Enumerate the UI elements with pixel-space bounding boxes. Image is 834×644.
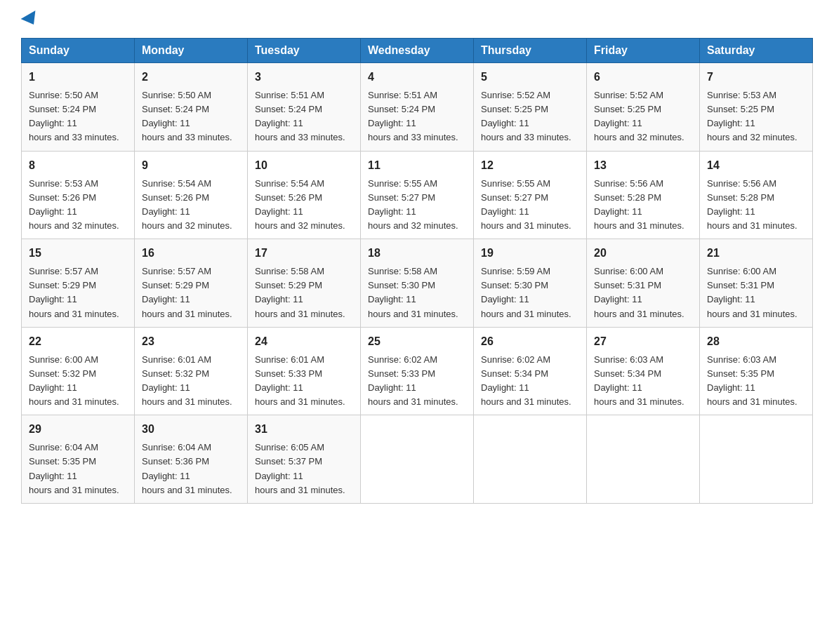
calendar-cell: 2 Sunrise: 5:50 AM Sunset: 5:24 PM Dayli… xyxy=(135,63,248,152)
day-info: Sunrise: 5:55 AM Sunset: 5:27 PM Dayligh… xyxy=(481,177,579,234)
day-info: Sunrise: 5:56 AM Sunset: 5:28 PM Dayligh… xyxy=(707,177,805,234)
calendar-cell: 8 Sunrise: 5:53 AM Sunset: 5:26 PM Dayli… xyxy=(22,151,135,239)
day-info: Sunrise: 6:01 AM Sunset: 5:33 PM Dayligh… xyxy=(255,353,353,410)
calendar-cell: 7 Sunrise: 5:53 AM Sunset: 5:25 PM Dayli… xyxy=(700,63,813,152)
calendar-cell: 12 Sunrise: 5:55 AM Sunset: 5:27 PM Dayl… xyxy=(474,151,587,239)
day-info: Sunrise: 5:59 AM Sunset: 5:30 PM Dayligh… xyxy=(481,264,579,321)
day-info: Sunrise: 6:00 AM Sunset: 5:32 PM Dayligh… xyxy=(29,353,127,410)
day-number: 23 xyxy=(142,333,240,350)
day-number: 20 xyxy=(594,245,692,262)
calendar-header-row: SundayMondayTuesdayWednesdayThursdayFrid… xyxy=(22,39,813,63)
calendar-cell: 31 Sunrise: 6:05 AM Sunset: 5:37 PM Dayl… xyxy=(248,415,361,504)
calendar-cell xyxy=(361,415,474,504)
calendar-cell: 21 Sunrise: 6:00 AM Sunset: 5:31 PM Dayl… xyxy=(700,239,813,328)
calendar-cell: 17 Sunrise: 5:58 AM Sunset: 5:29 PM Dayl… xyxy=(248,239,361,328)
calendar-cell: 13 Sunrise: 5:56 AM Sunset: 5:28 PM Dayl… xyxy=(587,151,700,239)
day-number: 27 xyxy=(594,333,692,350)
calendar-cell: 23 Sunrise: 6:01 AM Sunset: 5:32 PM Dayl… xyxy=(135,327,248,415)
day-number: 18 xyxy=(368,245,466,262)
day-number: 19 xyxy=(481,245,579,262)
calendar-cell xyxy=(474,415,587,504)
day-info: Sunrise: 5:52 AM Sunset: 5:25 PM Dayligh… xyxy=(594,88,692,145)
day-number: 16 xyxy=(142,245,240,262)
day-number: 6 xyxy=(594,69,692,86)
day-number: 28 xyxy=(707,333,805,350)
day-number: 3 xyxy=(255,69,353,86)
day-number: 12 xyxy=(481,157,579,174)
day-number: 22 xyxy=(29,333,127,350)
logo-triangle-icon xyxy=(21,11,41,29)
day-number: 9 xyxy=(142,157,240,174)
calendar-cell: 30 Sunrise: 6:04 AM Sunset: 5:36 PM Dayl… xyxy=(135,415,248,504)
day-info: Sunrise: 5:55 AM Sunset: 5:27 PM Dayligh… xyxy=(368,177,466,234)
calendar-cell xyxy=(700,415,813,504)
day-info: Sunrise: 5:54 AM Sunset: 5:26 PM Dayligh… xyxy=(255,177,353,234)
day-info: Sunrise: 6:05 AM Sunset: 5:37 PM Dayligh… xyxy=(255,441,353,497)
calendar-cell: 20 Sunrise: 6:00 AM Sunset: 5:31 PM Dayl… xyxy=(587,239,700,328)
day-info: Sunrise: 6:02 AM Sunset: 5:34 PM Dayligh… xyxy=(481,353,579,410)
day-number: 10 xyxy=(255,157,353,174)
column-header-monday: Monday xyxy=(135,39,248,63)
day-info: Sunrise: 5:51 AM Sunset: 5:24 PM Dayligh… xyxy=(368,88,466,145)
calendar-week-3: 15 Sunrise: 5:57 AM Sunset: 5:29 PM Dayl… xyxy=(22,239,813,328)
day-info: Sunrise: 5:50 AM Sunset: 5:24 PM Dayligh… xyxy=(142,88,240,145)
day-info: Sunrise: 6:03 AM Sunset: 5:34 PM Dayligh… xyxy=(594,353,692,410)
column-header-tuesday: Tuesday xyxy=(248,39,361,63)
calendar-week-1: 1 Sunrise: 5:50 AM Sunset: 5:24 PM Dayli… xyxy=(22,63,813,152)
day-number: 5 xyxy=(481,69,579,86)
day-number: 26 xyxy=(481,333,579,350)
calendar-cell xyxy=(587,415,700,504)
calendar-cell: 16 Sunrise: 5:57 AM Sunset: 5:29 PM Dayl… xyxy=(135,239,248,328)
calendar-cell: 26 Sunrise: 6:02 AM Sunset: 5:34 PM Dayl… xyxy=(474,327,587,415)
day-info: Sunrise: 5:56 AM Sunset: 5:28 PM Dayligh… xyxy=(594,177,692,234)
day-info: Sunrise: 5:53 AM Sunset: 5:26 PM Dayligh… xyxy=(29,177,127,234)
day-number: 1 xyxy=(29,69,127,86)
calendar-cell: 18 Sunrise: 5:58 AM Sunset: 5:30 PM Dayl… xyxy=(361,239,474,328)
day-info: Sunrise: 5:58 AM Sunset: 5:29 PM Dayligh… xyxy=(255,264,353,321)
day-info: Sunrise: 6:03 AM Sunset: 5:35 PM Dayligh… xyxy=(707,353,805,410)
column-header-thursday: Thursday xyxy=(474,39,587,63)
day-info: Sunrise: 5:53 AM Sunset: 5:25 PM Dayligh… xyxy=(707,88,805,145)
day-number: 14 xyxy=(707,157,805,174)
day-number: 17 xyxy=(255,245,353,262)
calendar-cell: 19 Sunrise: 5:59 AM Sunset: 5:30 PM Dayl… xyxy=(474,239,587,328)
day-number: 25 xyxy=(368,333,466,350)
day-info: Sunrise: 5:52 AM Sunset: 5:25 PM Dayligh… xyxy=(481,88,579,145)
day-number: 2 xyxy=(142,69,240,86)
calendar-cell: 11 Sunrise: 5:55 AM Sunset: 5:27 PM Dayl… xyxy=(361,151,474,239)
calendar-cell: 9 Sunrise: 5:54 AM Sunset: 5:26 PM Dayli… xyxy=(135,151,248,239)
calendar-cell: 5 Sunrise: 5:52 AM Sunset: 5:25 PM Dayli… xyxy=(474,63,587,152)
day-info: Sunrise: 6:01 AM Sunset: 5:32 PM Dayligh… xyxy=(142,353,240,410)
column-header-wednesday: Wednesday xyxy=(361,39,474,63)
day-info: Sunrise: 6:02 AM Sunset: 5:33 PM Dayligh… xyxy=(368,353,466,410)
day-info: Sunrise: 5:57 AM Sunset: 5:29 PM Dayligh… xyxy=(29,264,127,321)
calendar-cell: 10 Sunrise: 5:54 AM Sunset: 5:26 PM Dayl… xyxy=(248,151,361,239)
calendar-cell: 25 Sunrise: 6:02 AM Sunset: 5:33 PM Dayl… xyxy=(361,327,474,415)
day-info: Sunrise: 6:04 AM Sunset: 5:35 PM Dayligh… xyxy=(29,441,127,497)
calendar-cell: 6 Sunrise: 5:52 AM Sunset: 5:25 PM Dayli… xyxy=(587,63,700,152)
day-info: Sunrise: 6:00 AM Sunset: 5:31 PM Dayligh… xyxy=(594,264,692,321)
day-number: 7 xyxy=(707,69,805,86)
calendar-cell: 24 Sunrise: 6:01 AM Sunset: 5:33 PM Dayl… xyxy=(248,327,361,415)
calendar-cell: 14 Sunrise: 5:56 AM Sunset: 5:28 PM Dayl… xyxy=(700,151,813,239)
calendar-cell: 29 Sunrise: 6:04 AM Sunset: 5:35 PM Dayl… xyxy=(22,415,135,504)
day-number: 31 xyxy=(255,421,353,438)
calendar-cell: 1 Sunrise: 5:50 AM Sunset: 5:24 PM Dayli… xyxy=(22,63,135,152)
day-info: Sunrise: 6:04 AM Sunset: 5:36 PM Dayligh… xyxy=(142,441,240,497)
day-number: 30 xyxy=(142,421,240,438)
calendar-cell: 22 Sunrise: 6:00 AM Sunset: 5:32 PM Dayl… xyxy=(22,327,135,415)
calendar-cell: 27 Sunrise: 6:03 AM Sunset: 5:34 PM Dayl… xyxy=(587,327,700,415)
calendar-cell: 4 Sunrise: 5:51 AM Sunset: 5:24 PM Dayli… xyxy=(361,63,474,152)
day-number: 4 xyxy=(368,69,466,86)
calendar-table: SundayMondayTuesdayWednesdayThursdayFrid… xyxy=(21,38,813,504)
day-info: Sunrise: 6:00 AM Sunset: 5:31 PM Dayligh… xyxy=(707,264,805,321)
day-info: Sunrise: 5:58 AM Sunset: 5:30 PM Dayligh… xyxy=(368,264,466,321)
calendar-cell: 28 Sunrise: 6:03 AM Sunset: 5:35 PM Dayl… xyxy=(700,327,813,415)
calendar-week-5: 29 Sunrise: 6:04 AM Sunset: 5:35 PM Dayl… xyxy=(22,415,813,504)
day-info: Sunrise: 5:50 AM Sunset: 5:24 PM Dayligh… xyxy=(29,88,127,145)
column-header-sunday: Sunday xyxy=(22,39,135,63)
day-number: 29 xyxy=(29,421,127,438)
calendar-week-2: 8 Sunrise: 5:53 AM Sunset: 5:26 PM Dayli… xyxy=(22,151,813,239)
calendar-cell: 15 Sunrise: 5:57 AM Sunset: 5:29 PM Dayl… xyxy=(22,239,135,328)
day-info: Sunrise: 5:57 AM Sunset: 5:29 PM Dayligh… xyxy=(142,264,240,321)
